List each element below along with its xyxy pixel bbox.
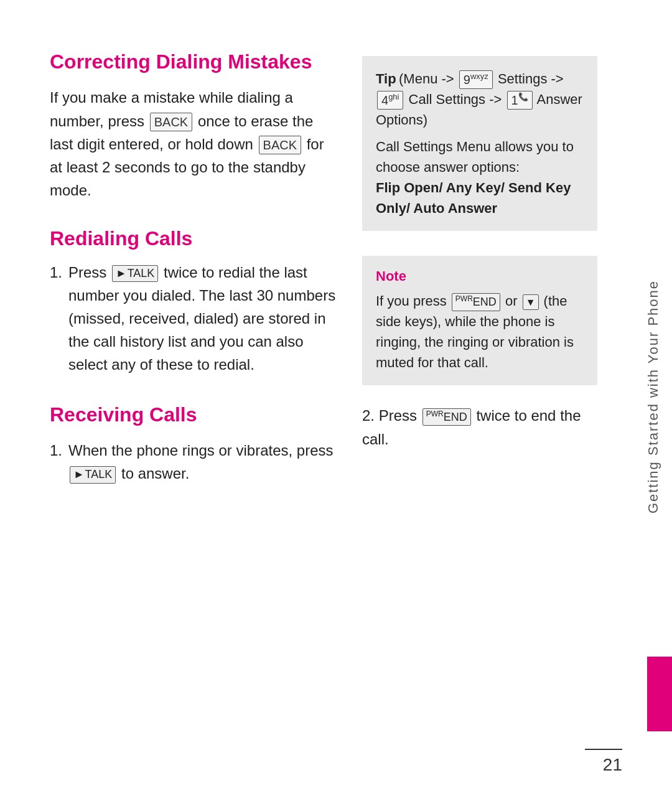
- redialing-list: 1. Press ► TALK twice to redial the last…: [50, 261, 337, 377]
- tip-content-inline: (Menu -> 9wxyz Settings ->4ghi Call Sett…: [376, 71, 582, 128]
- side-key-icon: ▼: [523, 294, 539, 310]
- note-label: Note: [376, 268, 584, 284]
- note-text2: or: [502, 293, 521, 309]
- left-column: Correcting Dialing Mistakes If you make …: [50, 50, 337, 769]
- press2-text1: Press: [379, 407, 421, 424]
- end-key-note: PWREND: [452, 293, 500, 311]
- back-key-2: BACK: [259, 136, 301, 154]
- correcting-title: Correcting Dialing Mistakes: [50, 50, 337, 73]
- main-content: Correcting Dialing Mistakes If you make …: [0, 0, 635, 806]
- tip-body: Call Settings Menu allows you to choose …: [376, 136, 584, 218]
- redialing-section: Redialing Calls 1. Press ► TALK twice to…: [50, 227, 337, 383]
- talk-icon-redialing: ► TALK: [112, 265, 158, 282]
- correcting-body: If you make a mistake while dialing a nu…: [50, 86, 337, 202]
- back-key-1: BACK: [150, 113, 192, 131]
- sidebar-accent: [647, 657, 672, 731]
- end-key-press2: PWREND: [422, 408, 471, 426]
- redialing-text1: Press: [68, 264, 111, 281]
- receiving-section: Receiving Calls 1. When the phone rings …: [50, 403, 337, 493]
- key-1: 1📞: [507, 91, 533, 110]
- tip-bold-text: Flip Open/ Any Key/ Send Key Only/ Auto …: [376, 180, 571, 216]
- tip-label: Tip: [376, 71, 396, 87]
- note-content: If you press PWREND or ▼ (the side keys)…: [376, 291, 584, 373]
- page-number: 21: [603, 755, 622, 775]
- note-box: Note If you press PWREND or ▼ (the side …: [362, 256, 597, 385]
- receiving-list: 1. When the phone rings or vibrates, pre…: [50, 439, 337, 485]
- receiving-title: Receiving Calls: [50, 403, 337, 426]
- key-9: 9wxyz: [459, 70, 493, 89]
- talk-icon-receiving: ► TALK: [70, 466, 116, 483]
- redialing-title: Redialing Calls: [50, 227, 337, 250]
- receiving-item-1: 1. When the phone rings or vibrates, pre…: [50, 439, 337, 485]
- press-2-section: 2. Press PWREND twice to end the call.: [362, 404, 597, 450]
- right-column: Tip (Menu -> 9wxyz Settings ->4ghi Call …: [362, 50, 597, 769]
- note-text1: If you press: [376, 293, 450, 309]
- redialing-item-1: 1. Press ► TALK twice to redial the last…: [50, 261, 337, 377]
- receiving-text2: to answer.: [117, 465, 189, 482]
- correcting-section: Correcting Dialing Mistakes If you make …: [50, 50, 337, 220]
- sidebar: Getting Started with Your Phone: [635, 0, 672, 806]
- sidebar-text: Getting Started with Your Phone: [645, 280, 661, 513]
- key-4: 4ghi: [377, 91, 403, 110]
- divider-line: [585, 749, 622, 750]
- tip-body-text: Call Settings Menu allows you to choose …: [376, 139, 574, 175]
- page-container: Correcting Dialing Mistakes If you make …: [0, 0, 672, 806]
- press2-num: 2.: [362, 407, 379, 424]
- tip-box: Tip (Menu -> 9wxyz Settings ->4ghi Call …: [362, 56, 597, 231]
- receiving-text1: When the phone rings or vibrates, press: [68, 442, 334, 459]
